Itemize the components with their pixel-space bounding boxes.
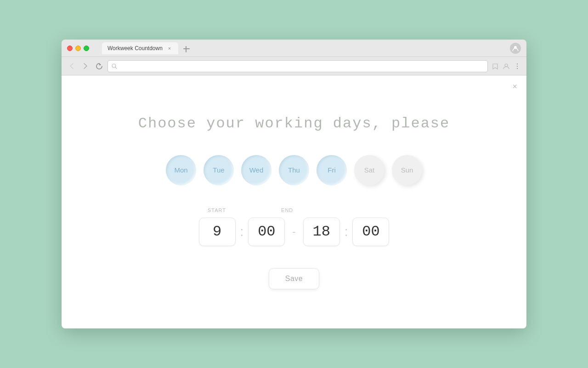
end-label: END: [281, 207, 293, 213]
address-bar[interactable]: [107, 60, 488, 72]
traffic-lights: [67, 46, 89, 51]
start-separator: :: [240, 224, 244, 239]
svg-rect-1: [183, 48, 190, 49]
browser-content: × Choose your working days, please Mon T…: [62, 75, 526, 328]
day-button-mon[interactable]: Mon: [166, 155, 196, 185]
day-button-thu[interactable]: Thu: [279, 155, 309, 185]
tab-bar: Workweek Countdown ×: [98, 42, 506, 54]
svg-point-6: [517, 63, 518, 64]
browser-titlebar: Workweek Countdown ×: [62, 40, 526, 57]
back-button[interactable]: [66, 61, 77, 72]
time-dash: -: [292, 226, 295, 238]
end-hour-box[interactable]: 18: [303, 218, 340, 246]
close-traffic-light[interactable]: [67, 46, 73, 51]
start-minute-box[interactable]: 00: [248, 218, 285, 246]
minimize-traffic-light[interactable]: [75, 46, 81, 51]
start-label: START: [208, 207, 226, 213]
svg-point-8: [517, 68, 518, 69]
day-button-sun[interactable]: Sun: [392, 155, 422, 185]
new-tab-button[interactable]: [180, 44, 193, 54]
desktop: Workweek Countdown ×: [0, 0, 588, 368]
user-avatar: [510, 43, 521, 54]
browser-window: Workweek Countdown ×: [62, 40, 526, 328]
user-icon-area[interactable]: [510, 43, 521, 54]
svg-line-4: [115, 67, 117, 69]
reload-button[interactable]: [94, 61, 105, 72]
start-hour-box[interactable]: 9: [199, 218, 236, 246]
time-row: 9 : 00 - 18 : 00: [199, 218, 390, 246]
menu-icon[interactable]: [513, 62, 522, 71]
svg-point-7: [517, 66, 518, 67]
bookmark-icon[interactable]: [491, 62, 500, 71]
browser-chrome: Workweek Countdown ×: [62, 40, 526, 75]
tab-title: Workweek Countdown: [107, 45, 163, 52]
page-headline: Choose your working days, please: [138, 115, 450, 132]
save-button[interactable]: Save: [269, 268, 319, 289]
days-row: Mon Tue Wed Thu Fri Sat Sun: [166, 155, 422, 185]
toolbar-actions: [491, 62, 522, 71]
search-icon: [112, 63, 117, 69]
day-button-wed[interactable]: Wed: [241, 155, 271, 185]
time-section: START END 9 : 00 - 18 : 00: [71, 207, 517, 246]
day-button-fri[interactable]: Fri: [317, 155, 347, 185]
page-content: Choose your working days, please Mon Tue…: [62, 75, 526, 328]
tab-close-icon[interactable]: ×: [166, 45, 173, 52]
maximize-traffic-light[interactable]: [84, 46, 89, 51]
svg-point-5: [505, 64, 508, 67]
time-labels: START END: [207, 207, 381, 213]
account-icon[interactable]: [502, 62, 511, 71]
end-separator: :: [345, 224, 348, 239]
browser-toolbar: [62, 57, 526, 75]
end-minute-box[interactable]: 00: [352, 218, 389, 246]
page-close-button[interactable]: ×: [512, 82, 517, 92]
active-tab[interactable]: Workweek Countdown ×: [102, 42, 178, 54]
day-button-tue[interactable]: Tue: [204, 155, 234, 185]
day-button-sat[interactable]: Sat: [354, 155, 384, 185]
url-input[interactable]: [120, 63, 484, 69]
forward-button[interactable]: [80, 61, 91, 72]
